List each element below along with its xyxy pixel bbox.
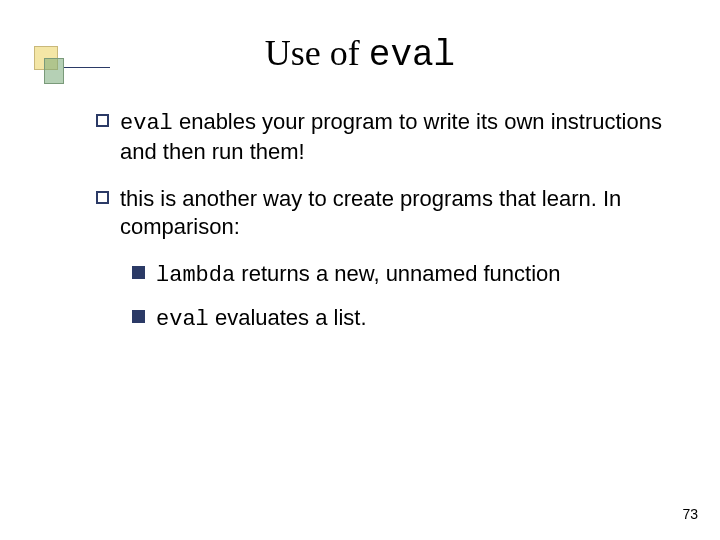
bullet-text: evaluates a list. <box>209 305 367 330</box>
bullet-filled-icon <box>132 310 145 323</box>
bullet-hollow-icon <box>96 191 109 204</box>
slide: Use of eval eval enables your program to… <box>0 0 720 540</box>
bullet-filled-icon <box>132 266 145 279</box>
bullet-hollow-icon <box>96 114 109 127</box>
bullet-text: this is another way to create programs t… <box>120 186 621 239</box>
bullet-code: eval <box>120 111 173 136</box>
bullet-code: eval <box>156 307 209 332</box>
bullet-level2: eval evaluates a list. <box>132 304 670 334</box>
slide-title: Use of eval <box>0 32 720 76</box>
title-text-pre: Use of <box>265 33 369 73</box>
page-number: 73 <box>682 506 698 522</box>
slide-body: eval enables your program to write its o… <box>96 108 670 347</box>
bullet-level1: eval enables your program to write its o… <box>96 108 670 165</box>
bullet-code: lambda <box>156 263 235 288</box>
bullet-level1: this is another way to create programs t… <box>96 185 670 240</box>
bullet-level2: lambda returns a new, unnamed function <box>132 260 670 290</box>
title-code: eval <box>369 35 455 76</box>
bullet-text: enables your program to write its own in… <box>120 109 662 164</box>
bullet-text: returns a new, unnamed function <box>235 261 560 286</box>
